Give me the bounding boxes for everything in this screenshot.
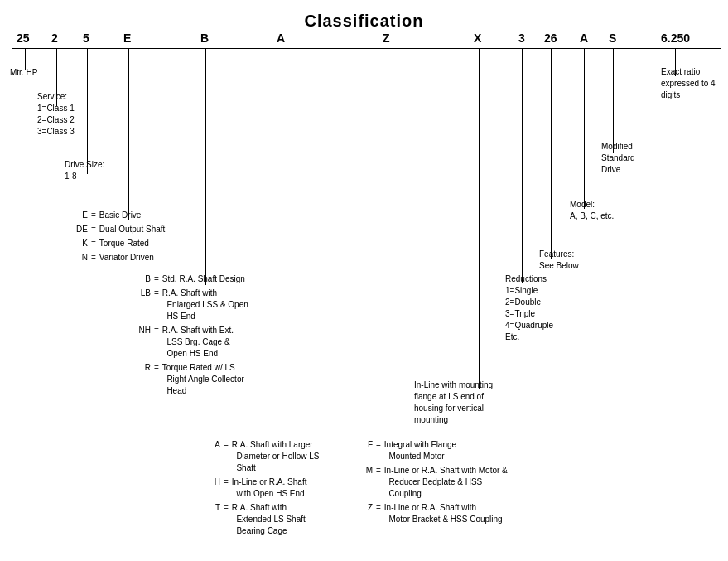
connector-3 xyxy=(522,66,523,283)
modified-note: ModifiedStandardDrive xyxy=(601,141,635,176)
connector-B xyxy=(205,66,206,285)
label-X: X xyxy=(474,31,481,45)
shaft-types: B = Std. R.A. Shaft Design LB = R.A. Sha… xyxy=(133,273,248,399)
vline-5 xyxy=(87,48,88,66)
reductions-note: Reductions1=Single2=Double3=Triple4=Quad… xyxy=(505,273,553,343)
connector-E xyxy=(128,66,129,220)
output-types: A = R.A. Shaft with Larger Diameter or H… xyxy=(205,439,319,539)
label-A: A xyxy=(277,31,285,45)
vline-E xyxy=(128,48,129,66)
vline-6250 xyxy=(675,48,676,66)
connector-S xyxy=(613,66,614,153)
connector-6250 xyxy=(675,66,676,76)
label-A2: A xyxy=(580,31,588,45)
mounting-types: F = Integral with Flange Mounted Motor M… xyxy=(358,439,508,528)
drive-size-note: Drive Size:1-8 xyxy=(65,159,104,182)
vline-3 xyxy=(522,48,523,66)
vline-25 xyxy=(25,48,26,66)
vline-2 xyxy=(56,48,57,66)
page-title: Classification xyxy=(0,5,728,31)
x-description: In-Line with mounting flange at LS end o… xyxy=(414,380,505,426)
vline-26 xyxy=(551,48,552,66)
label-3: 3 xyxy=(518,31,525,45)
label-26: 26 xyxy=(544,31,557,45)
model-note: Model:A, B, C, etc. xyxy=(570,199,614,222)
vline-Z xyxy=(388,48,388,66)
label-25: 25 xyxy=(17,31,30,45)
connector-25 xyxy=(25,66,26,70)
vline-S xyxy=(613,48,614,66)
label-S: S xyxy=(609,31,616,45)
label-5: 5 xyxy=(83,31,89,45)
connector-5 xyxy=(87,66,88,174)
vline-A xyxy=(282,48,282,66)
drive-types: E = Basic Drive DE = Dual Output Shaft K… xyxy=(73,209,165,265)
vline-X xyxy=(479,48,480,66)
connector-A2 xyxy=(584,66,585,209)
connector-X xyxy=(479,66,480,389)
exact-ratio-note: Exact ratioexpressed to 4digits xyxy=(661,66,716,101)
features-note: Features:See Below xyxy=(539,249,579,272)
connector-Z xyxy=(388,66,388,449)
base-line xyxy=(12,48,721,49)
label-2: 2 xyxy=(51,31,58,45)
mtr-hp-note: Mtr. HP xyxy=(10,68,37,77)
vline-A2 xyxy=(584,48,585,66)
label-Z: Z xyxy=(383,31,390,45)
connector-2 xyxy=(56,66,57,106)
connector-26 xyxy=(551,66,552,259)
label-E: E xyxy=(123,31,131,45)
vline-B xyxy=(205,48,206,66)
label-6250: 6.250 xyxy=(661,31,690,45)
connector-A xyxy=(282,66,282,449)
label-B: B xyxy=(200,31,209,45)
